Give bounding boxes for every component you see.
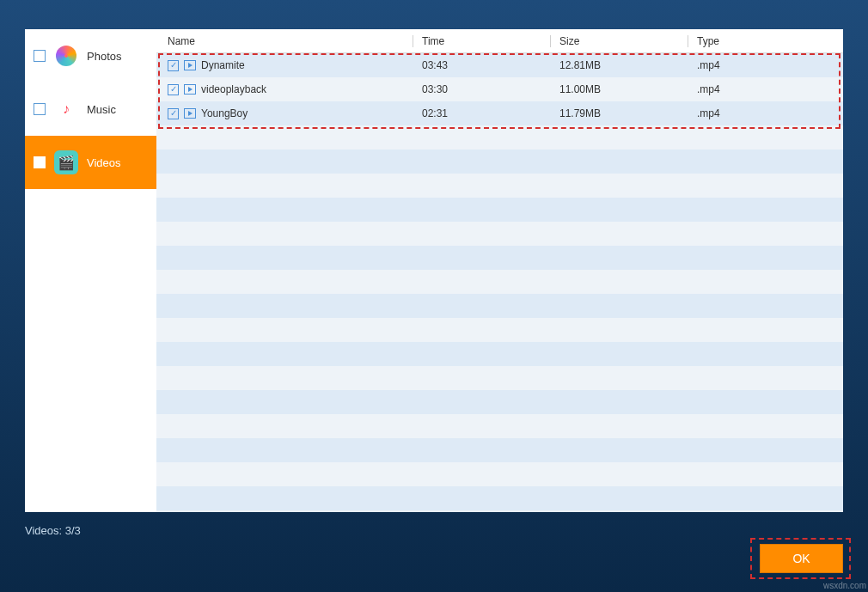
checkbox-icon[interactable] [168,108,179,119]
checkbox-icon[interactable] [168,84,179,95]
table-row [156,150,843,174]
table-row[interactable]: Dynamite 03:43 12.81MB .mp4 [156,53,843,77]
table-row[interactable]: YoungBoy 02:31 11.79MB .mp4 [156,101,843,125]
file-type: .mp4 [688,107,843,119]
video-file-icon [184,60,196,70]
video-file-icon [184,84,196,95]
sidebar-item-label: Music [87,103,116,116]
table-header: Name Time Size Type [156,29,843,53]
table-row [156,366,843,390]
checkbox-icon[interactable] [168,60,179,71]
table-row [156,125,843,150]
header-name[interactable]: Name [156,35,413,47]
table-row[interactable]: videoplayback 03:30 11.00MB .mp4 [156,77,843,101]
file-name: Dynamite [201,59,245,71]
file-time: 02:31 [413,107,551,119]
table-row [156,486,843,510]
photos-icon [54,44,78,68]
sidebar: Photos ♪ Music 🎬 Videos [25,29,156,512]
file-name: YoungBoy [201,107,248,119]
music-icon: ♪ [54,97,78,121]
table-row [156,318,843,342]
table-row [156,342,843,366]
file-type: .mp4 [688,83,843,95]
table-row [156,270,843,294]
sidebar-item-label: Photos [87,50,121,63]
videos-icon: 🎬 [54,150,78,174]
checkbox-icon[interactable] [34,103,46,115]
table-row [156,294,843,318]
sidebar-item-music[interactable]: ♪ Music [25,82,156,136]
file-time: 03:43 [413,59,551,71]
table-row [156,222,843,246]
ok-button[interactable]: OK [760,544,843,573]
file-type: .mp4 [688,59,843,71]
header-time[interactable]: Time [413,35,551,47]
checkbox-icon[interactable] [34,156,46,168]
table-row [156,438,843,462]
video-file-icon [184,108,196,119]
table-body: Dynamite 03:43 12.81MB .mp4 videoplaybac… [156,53,843,512]
table-row [156,462,843,486]
content-area: Name Time Size Type Dynamite 03:43 12.81… [156,29,843,512]
sidebar-item-videos[interactable]: 🎬 Videos [25,136,156,189]
header-size[interactable]: Size [551,35,688,47]
sidebar-item-photos[interactable]: Photos [25,29,156,82]
file-name: videoplayback [201,83,266,95]
status-text: Videos: 3/3 [25,524,81,537]
checkbox-icon[interactable] [34,50,46,62]
table-row [156,198,843,222]
table-row [156,414,843,438]
table-row [156,390,843,414]
table-row [156,174,843,198]
header-type[interactable]: Type [688,35,843,47]
file-size: 11.79MB [551,107,688,119]
file-size: 12.81MB [551,59,688,71]
sidebar-item-label: Videos [87,156,121,169]
main-panel: Photos ♪ Music 🎬 Videos Name Time Size T… [25,29,843,512]
watermark: wsxdn.com [823,581,866,590]
file-time: 03:30 [413,83,551,95]
table-row [156,246,843,270]
file-size: 11.00MB [551,83,688,95]
